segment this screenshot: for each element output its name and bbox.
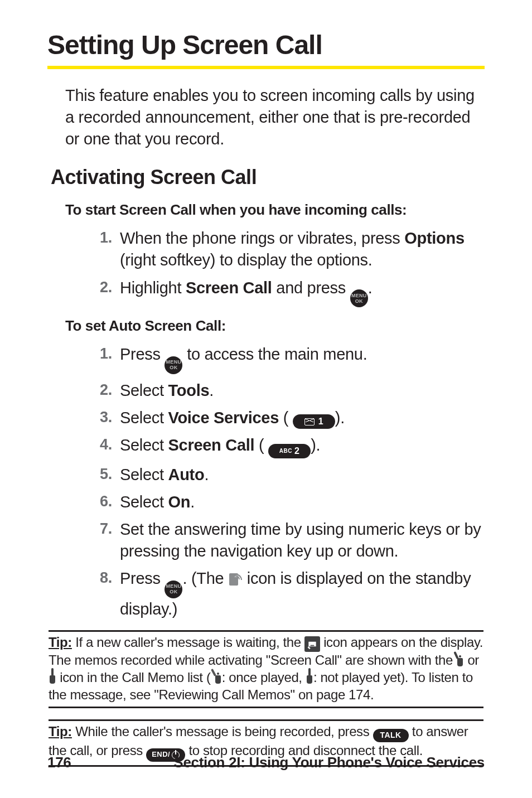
mail-1-key-icon: 1 bbox=[293, 414, 335, 429]
abc-2-key-icon: ABC2 bbox=[268, 444, 311, 458]
section-label: Section 2I: Using Your Phone's Voice Ser… bbox=[173, 754, 485, 771]
step-number: 3. bbox=[90, 407, 112, 427]
step-text: Select bbox=[120, 436, 168, 454]
step-text: Press bbox=[120, 569, 165, 587]
step-number: 1. bbox=[90, 344, 112, 364]
step-text: ). bbox=[335, 409, 345, 427]
step-text: Select bbox=[120, 381, 168, 399]
tip-message-waiting: Tip: If a new caller's message is waitin… bbox=[49, 630, 483, 708]
step-text: ( bbox=[279, 409, 288, 427]
step-text: Select bbox=[120, 493, 168, 511]
steps-incoming: 1. When the phone rings or vibrates, pre… bbox=[90, 228, 485, 307]
list-item: 1. When the phone rings or vibrates, pre… bbox=[90, 228, 485, 271]
tip-label: Tip: bbox=[49, 724, 72, 739]
list-item: 7. Set the answering time by using numer… bbox=[90, 519, 485, 562]
intro-paragraph: This feature enables you to screen incom… bbox=[65, 85, 485, 150]
ui-term: Tools bbox=[168, 381, 210, 399]
tip-text: icon in the Call Memo list ( bbox=[56, 670, 211, 685]
step-text: . bbox=[209, 381, 214, 399]
svg-point-2 bbox=[309, 642, 311, 644]
step-number: 4. bbox=[90, 434, 112, 454]
step-text: . (The bbox=[182, 569, 228, 587]
page-number: 176 bbox=[47, 754, 71, 771]
step-text: ). bbox=[311, 436, 320, 454]
list-item: 2. Highlight Screen Call and press MENUO… bbox=[90, 277, 485, 308]
lead-incoming: To start Screen Call when you have incom… bbox=[65, 201, 485, 219]
list-item: 5. Select Auto. bbox=[90, 464, 485, 486]
list-item: 2. Select Tools. bbox=[90, 380, 485, 402]
list-item: 1. Press MENUOK to access the main menu. bbox=[90, 344, 485, 374]
tip-label: Tip: bbox=[49, 635, 72, 650]
ui-term: Auto bbox=[168, 466, 205, 483]
page-title: Setting Up Screen Call bbox=[47, 31, 485, 60]
ui-term: On bbox=[168, 493, 191, 511]
step-text: . bbox=[204, 466, 209, 483]
memo-unplayed-icon bbox=[306, 669, 313, 685]
message-waiting-icon bbox=[304, 636, 320, 652]
step-text: Select bbox=[120, 409, 168, 427]
tip-text: or bbox=[464, 652, 479, 668]
list-item: 4. Select Screen Call ( ABC2). bbox=[90, 434, 485, 458]
tip-text: : once played, bbox=[222, 670, 306, 685]
step-text: (right softkey) to display the options. bbox=[120, 251, 373, 269]
menu-ok-key-icon: MENUOK bbox=[165, 581, 182, 598]
step-text: Press bbox=[120, 345, 165, 363]
memo-played-icon bbox=[456, 652, 464, 668]
step-number: 2. bbox=[90, 380, 112, 400]
step-number: 5. bbox=[90, 464, 112, 484]
section-heading: Activating Screen Call bbox=[51, 166, 485, 189]
ui-term: Options bbox=[404, 229, 464, 247]
list-item: 8. Press MENUOK . (The icon is displayed… bbox=[90, 568, 485, 620]
tip-text: While the caller's message is being reco… bbox=[72, 724, 373, 739]
ui-term: Screen Call bbox=[186, 279, 272, 297]
menu-ok-key-icon: MENUOK bbox=[165, 356, 182, 374]
title-underline bbox=[47, 66, 485, 69]
step-text: Highlight bbox=[120, 279, 186, 297]
step-text: Select bbox=[120, 466, 168, 483]
step-text: to access the main menu. bbox=[187, 345, 367, 363]
step-number: 2. bbox=[90, 277, 112, 297]
step-text: When the phone rings or vibrates, press bbox=[120, 229, 404, 247]
menu-ok-key-icon: MENUOK bbox=[350, 289, 368, 307]
ui-term: Screen Call bbox=[168, 436, 255, 454]
memo-unplayed-icon bbox=[49, 669, 56, 685]
sound-document-icon bbox=[228, 571, 243, 587]
step-text: and press bbox=[272, 279, 350, 297]
lead-auto: To set Auto Screen Call: bbox=[65, 317, 485, 335]
step-text: . bbox=[368, 279, 373, 297]
step-number: 8. bbox=[90, 568, 112, 588]
step-text: Set the answering time by using numeric … bbox=[120, 520, 481, 560]
list-item: 3. Select Voice Services ( 1). bbox=[90, 407, 485, 429]
step-number: 7. bbox=[90, 519, 112, 539]
step-text: . bbox=[190, 493, 195, 511]
page-footer: 176 Section 2I: Using Your Phone's Voice… bbox=[47, 754, 485, 771]
ui-term: Voice Services bbox=[168, 409, 279, 427]
svg-rect-0 bbox=[308, 641, 316, 647]
memo-played-icon bbox=[214, 669, 222, 685]
talk-key-icon: TALK bbox=[373, 729, 409, 742]
list-item: 6. Select On. bbox=[90, 491, 485, 513]
tip-text: If a new caller's message is waiting, th… bbox=[72, 635, 304, 650]
step-number: 1. bbox=[90, 228, 112, 248]
step-number: 6. bbox=[90, 491, 112, 511]
step-text: ( bbox=[254, 436, 264, 454]
svg-point-3 bbox=[313, 642, 315, 644]
steps-auto: 1. Press MENUOK to access the main menu.… bbox=[90, 344, 485, 620]
